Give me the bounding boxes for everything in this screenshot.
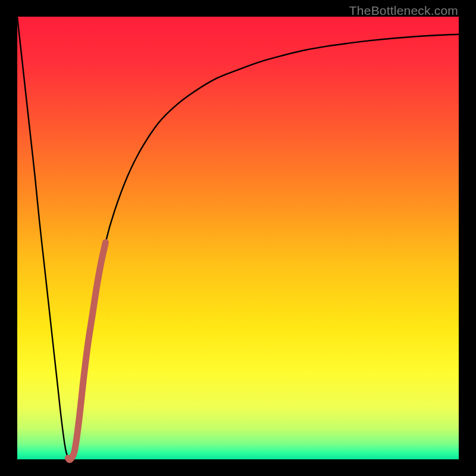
outer-frame: TheBottleneck.com (0, 0, 476, 476)
chart-svg (17, 17, 459, 459)
accent-segment (68, 242, 105, 459)
plot-area (17, 17, 459, 459)
watermark-text: TheBottleneck.com (349, 4, 458, 18)
